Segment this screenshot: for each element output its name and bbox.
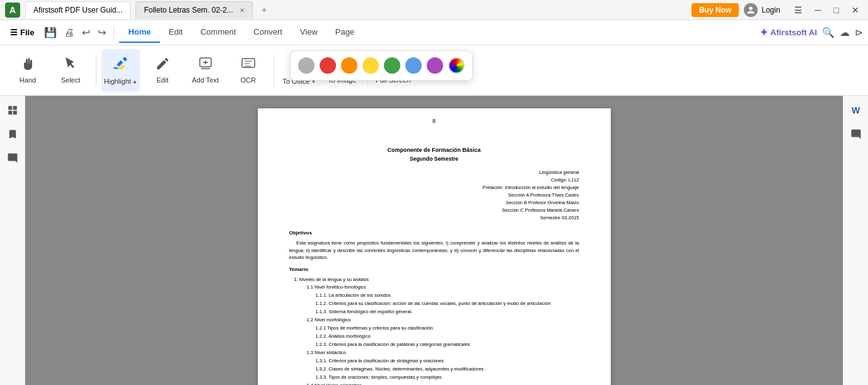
- color-yellow[interactable]: [362, 57, 379, 74]
- color-purple[interactable]: [427, 57, 443, 74]
- sidebar-thumbnail-icon[interactable]: [3, 101, 22, 120]
- pdf-info-line-2: Código: L112: [289, 176, 579, 184]
- tab-comment[interactable]: Comment: [192, 22, 245, 43]
- highlight-label: Highlight: [104, 78, 131, 86]
- color-picker-dropdown: [290, 50, 473, 81]
- expand-icon[interactable]: ⊳: [855, 26, 863, 38]
- file-menu[interactable]: ☰ File: [5, 25, 39, 40]
- color-gray[interactable]: [298, 57, 315, 74]
- left-sidebar: [0, 96, 25, 385]
- file-label: File: [20, 28, 34, 37]
- hand-label: Hand: [20, 76, 36, 84]
- add-text-tool[interactable]: Add Text: [185, 49, 226, 92]
- ai-label: Afirstsoft AI: [770, 28, 817, 37]
- pdf-subtitle: Segundo Semestre: [289, 155, 579, 163]
- sidebar-comment-icon[interactable]: [3, 149, 22, 168]
- hand-icon: [20, 56, 35, 74]
- edit-tool[interactable]: Edit: [142, 49, 183, 92]
- close-icon[interactable]: ✕: [848, 4, 863, 16]
- color-multicolor[interactable]: [448, 57, 465, 74]
- hand-tool[interactable]: Hand: [8, 49, 48, 92]
- svg-rect-7: [13, 106, 16, 110]
- edit-label: Edit: [156, 76, 168, 84]
- highlight-tool[interactable]: Highlight ▲: [101, 49, 140, 92]
- pdf-temario-list: Niveles de la lengua y su análisis 1.1 N…: [289, 276, 579, 385]
- pdf-list-item-1: Niveles de la lengua y su análisis 1.1 N…: [299, 276, 579, 385]
- login-label[interactable]: Login: [761, 6, 780, 14]
- sidebar-word-icon[interactable]: W: [847, 101, 865, 120]
- svg-rect-6: [8, 106, 12, 110]
- ocr-tool[interactable]: OCR: [228, 49, 269, 92]
- save-icon[interactable]: 💾: [42, 24, 59, 41]
- menu-tabs: Home Edit Comment Convert View Page: [119, 22, 363, 43]
- pdf-info-line-6: Sección C Profesora Mariela Cánero: [289, 207, 579, 214]
- right-sidebar: W: [843, 96, 868, 385]
- pdf-temario-title: Temario: [289, 266, 579, 273]
- pdf-info-line-3: Prelación: Introducción al estudio del l…: [289, 184, 579, 192]
- pdf-info-line-4: Sección A Profesora Thaís Castro: [289, 192, 579, 199]
- login-area[interactable]: Login: [744, 3, 780, 17]
- tab-home[interactable]: Home: [119, 22, 159, 43]
- tab-convert[interactable]: Convert: [245, 22, 291, 43]
- maximize-icon[interactable]: □: [830, 4, 843, 16]
- pdf-info-line-1: Lingüística general: [289, 169, 579, 176]
- ai-star-icon: ✦: [760, 26, 768, 38]
- cloud-icon[interactable]: ☁: [840, 26, 850, 38]
- sidebar-bookmark-icon[interactable]: [3, 125, 22, 144]
- select-label: Select: [61, 76, 81, 84]
- toolbar-separator-2: [274, 55, 274, 86]
- hamburger-menu-icon: ☰: [10, 28, 18, 37]
- select-tool[interactable]: Select: [50, 49, 91, 92]
- undo-icon[interactable]: ↩: [79, 24, 93, 41]
- color-red[interactable]: [320, 57, 336, 74]
- pdf-objetivos-title: Objetivos: [289, 229, 579, 237]
- redo-icon[interactable]: ↪: [95, 24, 108, 41]
- svg-rect-9: [13, 111, 16, 115]
- pdf-page: 8 Componente de Formación Básica Segundo…: [258, 108, 611, 385]
- search-icon[interactable]: 🔍: [822, 26, 835, 38]
- buy-now-button[interactable]: Buy Now: [692, 3, 739, 17]
- ocr-icon: [241, 56, 256, 74]
- highlight-icon: [112, 55, 129, 75]
- afirstsoft-ai-button[interactable]: ✦ Afirstsoft AI: [760, 26, 817, 38]
- add-text-label: Add Text: [192, 76, 219, 84]
- highlight-dropdown-icon: ▲: [132, 79, 137, 84]
- print-icon[interactable]: 🖨: [62, 25, 77, 41]
- tab-folleto[interactable]: Folleto Letras Sem. 02-2... ✕: [136, 1, 252, 19]
- window-controls: ☰ ─ □ ✕: [790, 4, 863, 16]
- menu-right: ✦ Afirstsoft AI 🔍 ☁ ⊳: [760, 26, 863, 38]
- add-tab-button[interactable]: ＋: [258, 4, 270, 16]
- edit-icon: [155, 56, 170, 74]
- sidebar-chat-icon[interactable]: [847, 125, 865, 144]
- select-icon: [63, 56, 78, 74]
- pdf-info-line-7: Semestre 02-2015: [289, 214, 579, 222]
- pdf-title: Componente de Formación Básica: [289, 146, 579, 155]
- toolbar-separator-1: [96, 55, 96, 86]
- color-green[interactable]: [384, 57, 400, 74]
- menubar: ☰ File 💾 🖨 ↩ ↪ Home Edit Comment Convert…: [0, 20, 868, 45]
- tab-view[interactable]: View: [291, 22, 327, 43]
- ocr-label: OCR: [241, 76, 256, 84]
- page-number: 8: [258, 117, 611, 126]
- tab-afirstsoft[interactable]: Afirstsoft PDF User Guid...: [25, 1, 130, 19]
- hamburger-icon[interactable]: ☰: [790, 4, 806, 16]
- user-avatar: [744, 3, 758, 17]
- titlebar: A Afirstsoft PDF User Guid... Folleto Le…: [0, 0, 868, 20]
- menu-divider: [113, 26, 114, 39]
- add-text-icon: [198, 56, 213, 74]
- pdf-info-block: Lingüística general Código: L112 Prelaci…: [289, 169, 579, 222]
- tab-page[interactable]: Page: [327, 22, 363, 43]
- main-content-area: 8 Componente de Formación Básica Segundo…: [25, 96, 843, 385]
- pdf-info-line-5: Sección B Profesor Orvelina Maizo: [289, 199, 579, 207]
- tab-label-2: Folleto Letras Sem. 02-2...: [144, 6, 233, 14]
- color-orange[interactable]: [341, 57, 357, 74]
- minimize-icon[interactable]: ─: [811, 4, 825, 16]
- tab-label: Afirstsoft PDF User Guid...: [33, 6, 122, 14]
- app-logo: A: [5, 3, 20, 18]
- tab-close-icon[interactable]: ✕: [240, 7, 245, 14]
- tab-edit[interactable]: Edit: [160, 22, 192, 43]
- pdf-body-text: Esta asignatura tiene como propósitos fu…: [289, 239, 579, 261]
- svg-rect-8: [8, 111, 12, 115]
- color-blue[interactable]: [405, 57, 422, 74]
